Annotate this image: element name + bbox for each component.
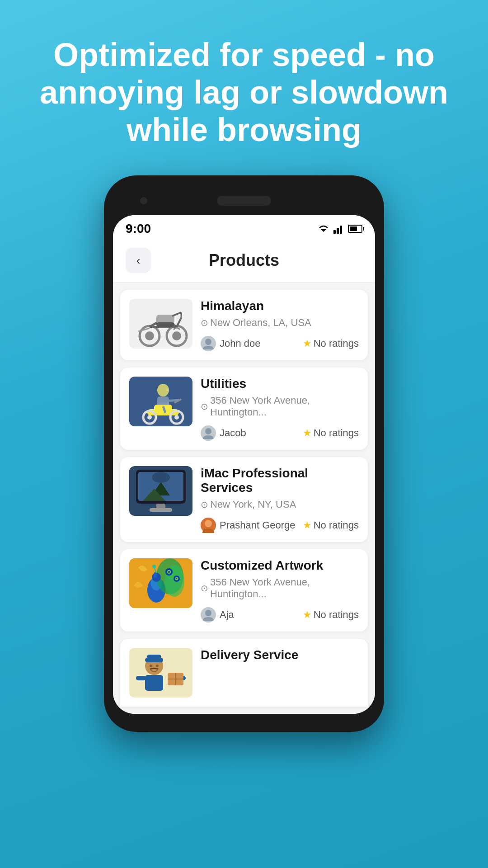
page-title: Products	[151, 251, 337, 270]
phone-notch	[113, 188, 375, 213]
rating-info: ★ No ratings	[303, 519, 359, 531]
product-image-artwork	[129, 558, 192, 608]
svg-point-39	[205, 520, 212, 527]
svg-point-35	[152, 472, 170, 483]
phone-screen: 9:00	[113, 215, 375, 714]
rating-text: No ratings	[314, 427, 359, 439]
product-name: Utilities	[201, 377, 359, 391]
product-card-artwork[interactable]: Customized Artwork ⊙ 356 New York Avenue…	[120, 549, 368, 632]
product-info-himalayan: Himalayan ⊙ New Orleans, LA, USA John do…	[201, 299, 359, 351]
product-card-delivery[interactable]: Delivery Service	[120, 639, 368, 707]
location-pin-icon: ⊙	[201, 401, 208, 412]
product-info-imac: iMac Professional Services ⊙ New York, N…	[201, 466, 359, 533]
seller-info: John doe	[201, 336, 261, 351]
svg-line-14	[172, 312, 181, 316]
product-info-delivery: Delivery Service	[201, 648, 359, 666]
star-icon: ★	[303, 519, 312, 531]
svg-point-19	[157, 384, 169, 396]
svg-point-25	[147, 415, 152, 420]
svg-point-8	[172, 331, 181, 340]
seller-name: Prashant George	[220, 519, 296, 531]
phone-camera	[140, 197, 147, 204]
seller-avatar	[201, 607, 216, 623]
product-card-utilities[interactable]: Utilities ⊙ 356 New York Avenue, Hunting…	[120, 368, 368, 450]
product-meta: Aja ★ No ratings	[201, 607, 359, 623]
svg-point-50	[176, 578, 178, 580]
battery-icon	[348, 225, 362, 233]
seller-name: Aja	[220, 609, 234, 621]
star-icon: ★	[303, 338, 312, 349]
svg-marker-0	[321, 229, 326, 232]
product-name: Himalayan	[201, 299, 359, 313]
product-meta: Jacob ★ No ratings	[201, 425, 359, 441]
product-image-delivery	[129, 648, 192, 698]
location-pin-icon: ⊙	[201, 583, 208, 594]
status-icons	[317, 224, 362, 234]
svg-rect-13	[156, 322, 174, 327]
location-pin-icon: ⊙	[201, 317, 208, 328]
rating-info: ★ No ratings	[303, 427, 359, 439]
product-image-himalayan	[129, 299, 192, 349]
svg-line-28	[165, 400, 179, 401]
product-meta: Prashant George ★ No ratings	[201, 518, 359, 533]
rating-info: ★ No ratings	[303, 338, 359, 349]
product-name: Customized Artwork	[201, 558, 359, 573]
rating-text: No ratings	[314, 519, 359, 531]
svg-rect-37	[150, 508, 172, 512]
svg-rect-4	[340, 226, 342, 234]
phone-speaker	[217, 196, 271, 206]
back-chevron-icon: ‹	[136, 255, 141, 266]
svg-rect-1	[333, 230, 336, 234]
seller-info: Prashant George	[201, 518, 296, 533]
rating-text: No ratings	[314, 338, 359, 349]
product-location: ⊙ New York, NY, USA	[201, 499, 359, 510]
svg-point-26	[174, 415, 179, 420]
seller-info: Aja	[201, 607, 234, 623]
svg-rect-2	[337, 228, 339, 234]
svg-point-30	[205, 428, 211, 434]
svg-point-6	[145, 331, 154, 340]
phone-mockup: 9:00	[104, 175, 384, 732]
app-header: ‹ Products	[113, 241, 375, 283]
product-image-utilities	[129, 377, 192, 426]
product-meta: John doe ★ No ratings	[201, 336, 359, 351]
svg-point-61	[156, 665, 159, 667]
product-location: ⊙ New Orleans, LA, USA	[201, 317, 359, 329]
product-info-utilities: Utilities ⊙ 356 New York Avenue, Hunting…	[201, 377, 359, 441]
rating-text: No ratings	[314, 609, 359, 621]
product-name: iMac Professional Services	[201, 466, 359, 495]
svg-point-47	[168, 571, 170, 573]
seller-name: Jacob	[220, 427, 246, 439]
seller-avatar	[201, 336, 216, 351]
star-icon: ★	[303, 427, 312, 439]
signal-icon	[333, 224, 344, 234]
status-time: 9:00	[126, 222, 151, 236]
product-location: ⊙ 356 New York Avenue, Huntington...	[201, 395, 359, 418]
products-list: Himalayan ⊙ New Orleans, LA, USA John do…	[113, 283, 375, 714]
product-location: ⊙ 356 New York Avenue, Huntington...	[201, 576, 359, 600]
product-card-himalayan[interactable]: Himalayan ⊙ New Orleans, LA, USA John do…	[120, 290, 368, 360]
svg-rect-59	[147, 655, 161, 660]
back-button[interactable]: ‹	[126, 248, 151, 273]
svg-point-52	[154, 572, 157, 578]
svg-point-54	[152, 565, 156, 568]
product-info-artwork: Customized Artwork ⊙ 356 New York Avenue…	[201, 558, 359, 623]
rating-info: ★ No ratings	[303, 609, 359, 621]
svg-point-55	[205, 610, 211, 616]
seller-avatar	[201, 425, 216, 441]
product-card-imac[interactable]: iMac Professional Services ⊙ New York, N…	[120, 457, 368, 542]
svg-rect-63	[136, 676, 146, 680]
svg-point-18	[205, 339, 211, 345]
seller-avatar-prashant	[201, 518, 216, 533]
wifi-icon	[317, 224, 330, 234]
location-pin-icon: ⊙	[201, 499, 208, 510]
seller-info: Jacob	[201, 425, 246, 441]
product-image-imac	[129, 466, 192, 516]
status-bar: 9:00	[113, 215, 375, 241]
seller-name: John doe	[220, 338, 261, 349]
svg-rect-62	[145, 675, 163, 691]
star-icon: ★	[303, 609, 312, 621]
product-name: Delivery Service	[201, 648, 359, 662]
svg-point-60	[150, 665, 152, 667]
headline-text: Optimized for speed - no annoying lag or…	[0, 0, 488, 175]
